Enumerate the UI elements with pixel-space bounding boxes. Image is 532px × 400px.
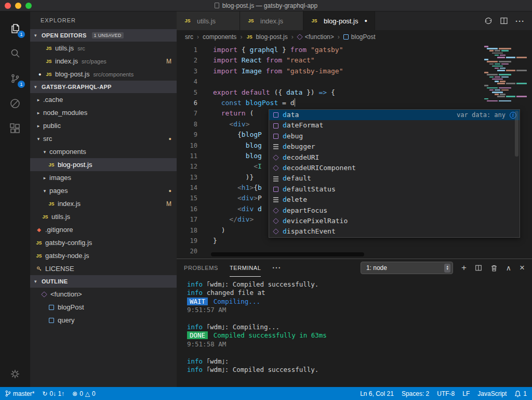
terminal-select[interactable]: 1: node ▲▼ (361, 262, 453, 274)
settings-gear-icon[interactable] (3, 362, 28, 386)
terminal-line: 9:51:58 AM (187, 340, 532, 349)
tab-terminal[interactable]: TERMINAL (230, 259, 261, 277)
sync-changes-icon[interactable] (484, 17, 493, 25)
tree-folder[interactable]: ▾pages● (30, 184, 177, 197)
split-editor-icon[interactable] (500, 17, 508, 25)
title-bar: blog-post.js — gatsby-graphql-app (0, 0, 532, 11)
tab-problems[interactable]: PROBLEMS (184, 259, 218, 277)
notifications-status[interactable]: 1 (514, 390, 527, 397)
tab-bar: JSutils.jsJSindex.jsJSblog-post.js● ··· (177, 11, 532, 30)
git-branch-status[interactable]: master* (5, 390, 34, 397)
panel-more-icon[interactable]: ··· (272, 264, 281, 272)
line-number: 11 (177, 151, 209, 161)
tree-folder[interactable]: ▸public (30, 119, 177, 132)
tree-file[interactable]: JSblog-post.js (30, 158, 177, 171)
breadcrumb-item[interactable]: src (185, 33, 193, 41)
tree-file[interactable]: JSindex.jsM (30, 197, 177, 210)
completion-item[interactable]: datavar data: anyi (269, 110, 520, 120)
editor-tab[interactable]: JSutils.js (177, 11, 240, 30)
open-editor-item[interactable]: ●JSutils.jssrc (30, 42, 177, 55)
file-tree: ▸.cache▸node_modules▸public▾src●▾compone… (30, 93, 177, 275)
completion-item[interactable]: default (269, 173, 520, 184)
kill-terminal-icon[interactable] (490, 264, 498, 272)
zoom-window-button[interactable] (25, 3, 32, 9)
outline-item[interactable]: <function> (30, 288, 177, 301)
tree-folder[interactable]: ▸images (30, 171, 177, 184)
more-actions-icon[interactable]: ··· (515, 17, 525, 25)
outline-item[interactable]: query (30, 314, 177, 327)
outline-item[interactable]: blogPost (30, 301, 177, 314)
breadcrumb-item[interactable]: components (203, 33, 236, 41)
symbol-symbol-icon (49, 305, 54, 310)
git-file-icon: ◆ (35, 227, 43, 233)
editor-tab[interactable]: JSindex.js (240, 11, 303, 30)
indentation-status[interactable]: Spaces: 2 (402, 390, 429, 397)
tree-folder[interactable]: ▸.cache (30, 93, 177, 106)
terminal-output[interactable]: info ｢wdm｣: Compiled successfully.info c… (177, 277, 532, 387)
completion-kind-icon (273, 165, 279, 171)
completion-item[interactable]: departFocus (269, 205, 520, 216)
close-panel-icon[interactable]: × (520, 263, 525, 273)
outline-label: OUTLINE (42, 278, 68, 285)
completion-item[interactable]: debug (269, 131, 520, 141)
tree-file[interactable]: JSutils.js (30, 210, 177, 223)
source-control-activity-icon[interactable]: 1 (3, 67, 28, 91)
breadcrumb-item[interactable]: JSblog-post.js (246, 33, 287, 41)
completion-item[interactable]: dateFormat (269, 120, 520, 131)
completion-item[interactable]: decodeURIComponent (269, 163, 520, 173)
tree-folder[interactable]: ▾components (30, 145, 177, 158)
close-window-button[interactable] (5, 3, 11, 9)
suggest-scrollbar[interactable] (515, 111, 518, 157)
terminal-line: WAIT Compiling... (187, 298, 532, 306)
horizontal-scrollbar[interactable] (211, 252, 364, 256)
minimap[interactable] (484, 46, 527, 102)
chevron-down-icon: ▾ (35, 136, 42, 141)
terminal-line: info ｢wdm｣: (187, 357, 532, 366)
suggest-widget: datavar data: anyidateFormatdebugdebugge… (269, 109, 520, 238)
breadcrumb-item[interactable]: <function> (297, 33, 334, 41)
tree-folder[interactable]: ▾src● (30, 132, 177, 145)
chevron-right-icon: ▸ (35, 123, 42, 128)
tree-folder[interactable]: ▸node_modules (30, 106, 177, 119)
completion-item[interactable]: decodeURI (269, 152, 520, 163)
open-editor-item[interactable]: ●JSblog-post.jssrc/components (30, 68, 177, 81)
terminal-line: info ｢wdm｣: Compiled successfully. (187, 366, 532, 374)
breadcrumb-item[interactable]: blogPost (343, 33, 376, 41)
editor-tab[interactable]: JSblog-post.js● (303, 11, 375, 30)
explorer-activity-icon[interactable]: 1 (3, 17, 28, 41)
tree-file[interactable]: ◆.gitignore (30, 223, 177, 236)
cursor-position-status[interactable]: Ln 6, Col 21 (360, 390, 394, 397)
split-terminal-icon[interactable] (475, 264, 482, 272)
problems-status[interactable]: ⊗ 0 △ 0 (72, 390, 96, 397)
js-file-icon: JS (184, 18, 191, 23)
search-activity-icon[interactable] (3, 42, 28, 66)
tree-file[interactable]: JSgatsby-node.js (30, 249, 177, 262)
outline-header[interactable]: ▾ OUTLINE (30, 275, 177, 288)
unsaved-badge: 1 UNSAVED (92, 32, 124, 38)
autocomplete-list: datavar data: anyidateFormatdebugdebugge… (269, 110, 520, 237)
completion-item[interactable]: delete (269, 195, 520, 205)
tree-file[interactable]: JSgatsby-config.js (30, 236, 177, 249)
debug-activity-icon[interactable] (3, 92, 28, 115)
chevron-down-icon: ▾ (34, 84, 39, 89)
open-editors-header[interactable]: ▾ OPEN EDITORS 1 UNSAVED (30, 29, 177, 42)
completion-item[interactable]: devicePixelRatio (269, 216, 520, 226)
branch-icon (5, 390, 11, 397)
sync-status[interactable]: ↻ 0↓ 1↑ (42, 390, 64, 397)
editor[interactable]: 1234567891011121314151617181920 import {… (177, 44, 532, 259)
eol-status[interactable]: LF (462, 390, 470, 397)
completion-item[interactable]: dispatchEvent (269, 226, 520, 237)
minimize-window-button[interactable] (15, 3, 21, 9)
completion-item[interactable]: debugger (269, 141, 520, 152)
workspace-root-header[interactable]: ▾ GATSBY-GRAPHQL-APP (30, 81, 177, 93)
new-terminal-icon[interactable]: + (461, 263, 467, 273)
open-editor-item[interactable]: ●JSindex.jssrc/pagesM (30, 55, 177, 68)
completion-kind-icon (273, 218, 279, 224)
sidebar-title: EXPLORER (30, 11, 177, 29)
encoding-status[interactable]: UTF-8 (437, 390, 455, 397)
tree-file[interactable]: LICENSE (30, 262, 177, 275)
maximize-panel-icon[interactable]: ∧ (506, 264, 511, 272)
language-status[interactable]: JavaScript (477, 390, 507, 397)
extensions-activity-icon[interactable] (3, 117, 28, 140)
completion-item[interactable]: defaultStatus (269, 184, 520, 195)
